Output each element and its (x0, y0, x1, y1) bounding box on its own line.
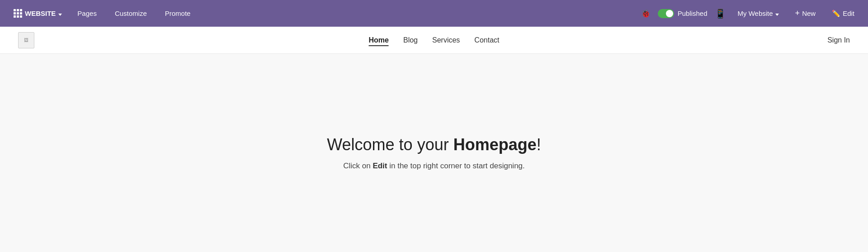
edit-button[interactable]: ✏️ Edit (827, 7, 859, 20)
new-button[interactable]: + New (791, 6, 821, 21)
subtext-suffix: in the top right corner to start designi… (387, 162, 525, 170)
mobile-icon[interactable]: 📱 (715, 8, 726, 19)
published-toggle-container: Published (658, 9, 708, 18)
my-website-chevron-icon (775, 10, 779, 17)
top-bar-right: 🐞 Published 📱 My Website + New ✏️ Edit (641, 6, 859, 21)
nav-link-contact[interactable]: Contact (474, 34, 499, 46)
top-bar: WEBSITE Pages Customize Promote 🐞 Publis… (0, 0, 868, 27)
published-label: Published (678, 10, 708, 17)
grid-icon (14, 9, 22, 18)
pencil-icon: ✏️ (832, 10, 840, 18)
site-nav-links: Home Blog Services Contact (369, 34, 500, 46)
plus-icon: + (795, 9, 800, 18)
toggle-knob (666, 10, 673, 17)
subtext-prefix: Click on (343, 162, 373, 170)
my-website-label: My Website (738, 10, 773, 17)
welcome-heading: Welcome to your Homepage! (327, 135, 541, 154)
heading-suffix: ! (537, 135, 541, 154)
main-content: Welcome to your Homepage! Click on Edit … (0, 54, 868, 252)
customize-button[interactable]: Customize (108, 7, 154, 20)
logo-broken-image: 🖼 (24, 38, 28, 43)
site-nav: 🖼 Home Blog Services Contact Sign In (0, 27, 868, 54)
heading-bold: Homepage (453, 135, 537, 154)
sign-in-link[interactable]: Sign In (827, 36, 850, 44)
nav-link-services[interactable]: Services (432, 34, 460, 46)
nav-link-blog[interactable]: Blog (403, 34, 418, 46)
published-toggle[interactable] (658, 9, 674, 18)
heading-prefix: Welcome to your (327, 135, 453, 154)
edit-label: Edit (843, 10, 854, 17)
promote-button[interactable]: Promote (158, 7, 198, 20)
website-label: WEBSITE (25, 10, 56, 17)
chevron-down-icon (58, 10, 62, 17)
top-bar-left: WEBSITE Pages Customize Promote (9, 6, 198, 20)
nav-link-home[interactable]: Home (369, 34, 389, 46)
new-label: New (802, 10, 816, 17)
bug-icon[interactable]: 🐞 (641, 9, 651, 19)
pages-button[interactable]: Pages (70, 7, 104, 20)
site-logo: 🖼 (18, 32, 34, 48)
welcome-subtext: Click on Edit in the top right corner to… (343, 162, 525, 171)
website-button[interactable]: WEBSITE (9, 6, 66, 20)
subtext-bold: Edit (373, 162, 387, 170)
my-website-button[interactable]: My Website (733, 7, 783, 20)
